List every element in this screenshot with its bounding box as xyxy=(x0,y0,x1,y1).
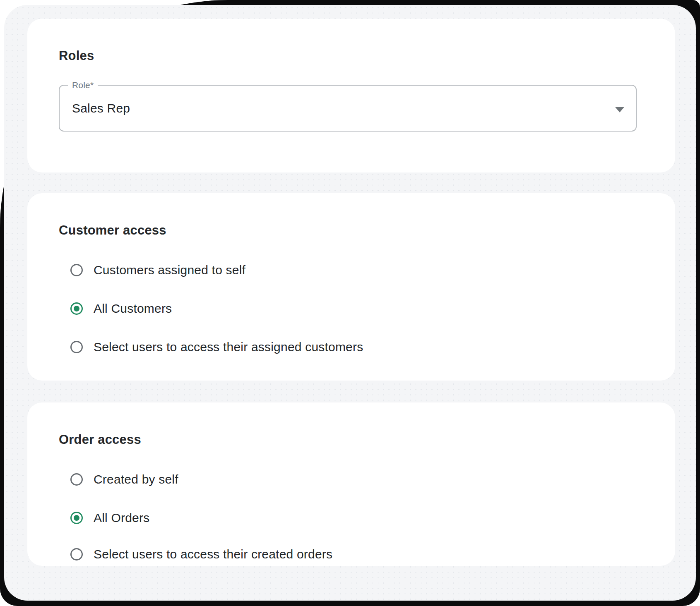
radio-option-label: Customers assigned to self xyxy=(94,263,245,277)
radio-option-select-users-assigned-customers[interactable]: Select users to access their assigned cu… xyxy=(70,340,650,354)
radio-option-label: Created by self xyxy=(94,472,178,486)
radio-option-all-customers[interactable]: All Customers xyxy=(70,302,650,316)
role-select[interactable]: Role* Sales Rep xyxy=(59,85,637,132)
radio-button[interactable] xyxy=(70,512,83,524)
radio-button[interactable] xyxy=(70,548,83,560)
roles-card-title: Roles xyxy=(59,48,94,63)
radio-button[interactable] xyxy=(70,264,83,276)
radio-option-label: All Orders xyxy=(94,511,149,525)
permissions-settings-page: Roles Role* Sales Rep Customer access Cu… xyxy=(0,0,700,606)
order-access-title: Order access xyxy=(59,432,141,447)
radio-option-customers-assigned-to-self[interactable]: Customers assigned to self xyxy=(70,263,650,277)
customer-access-card: Customer access Customers assigned to se… xyxy=(27,193,675,381)
chevron-down-icon xyxy=(615,107,624,112)
radio-option-label: All Customers xyxy=(94,302,172,316)
radio-option-all-orders[interactable]: All Orders xyxy=(70,511,650,525)
radio-button[interactable] xyxy=(70,302,83,315)
radio-option-label: Select users to access their created ord… xyxy=(94,547,332,561)
role-select-label: Role* xyxy=(68,79,98,91)
radio-option-label: Select users to access their assigned cu… xyxy=(94,340,363,354)
radio-button[interactable] xyxy=(70,341,83,353)
customer-access-title: Customer access xyxy=(59,223,166,238)
radio-button[interactable] xyxy=(70,473,83,486)
radio-option-select-users-created-orders[interactable]: Select users to access their created ord… xyxy=(70,547,650,561)
roles-card: Roles Role* Sales Rep xyxy=(27,19,675,172)
order-access-card: Order access Created by self All Orders … xyxy=(27,402,675,566)
radio-option-created-by-self[interactable]: Created by self xyxy=(70,472,650,486)
role-select-value: Sales Rep xyxy=(72,101,130,115)
